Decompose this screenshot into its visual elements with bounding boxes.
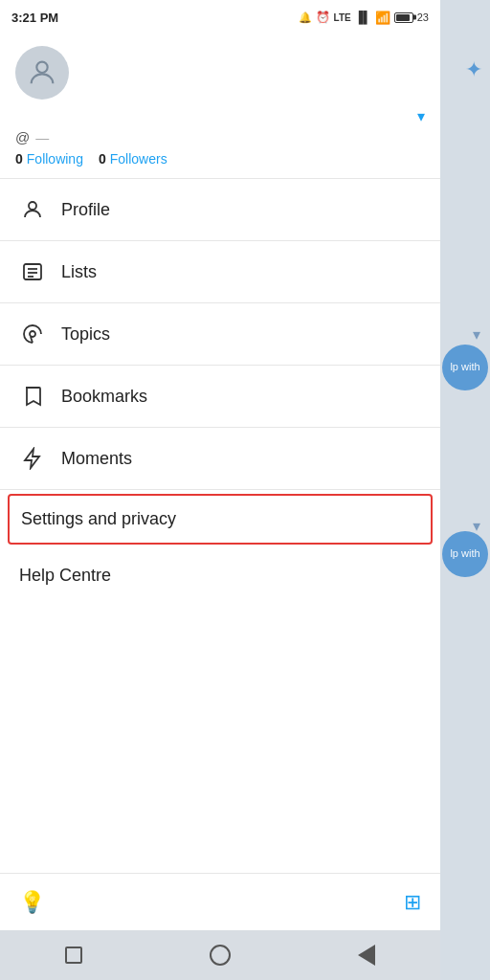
lists-label: Lists xyxy=(61,262,97,282)
menu-item-settings[interactable]: Settings and privacy xyxy=(8,494,433,545)
battery-level: 23 xyxy=(417,11,429,23)
navigation-drawer: 3:21 PM 🔔 ⏰ LTE ▐▌ 📶 23 ▾ @ — xyxy=(0,0,440,980)
alarm-icon: 🔔 xyxy=(299,11,312,24)
svg-point-0 xyxy=(36,62,47,73)
help-bubble-2: lp with xyxy=(442,531,488,577)
username-placeholder: — xyxy=(35,130,49,145)
follow-stats: 0 Following 0 Followers xyxy=(15,151,425,167)
followers-label: Followers xyxy=(110,151,167,167)
menu-item-topics[interactable]: Topics xyxy=(0,303,440,365)
followers-item[interactable]: 0 Followers xyxy=(99,151,167,167)
chevron-row: ▾ xyxy=(15,107,425,125)
menu-item-moments[interactable]: Moments xyxy=(0,428,440,489)
bolt-icon xyxy=(19,445,46,472)
topics-icon xyxy=(19,321,46,347)
lightbulb-icon[interactable]: 💡 xyxy=(19,890,45,915)
avatar xyxy=(15,46,69,100)
username-row: @ — xyxy=(15,129,425,145)
nav-square-icon xyxy=(65,947,82,964)
avatar-icon xyxy=(26,56,58,89)
menu-item-profile[interactable]: Profile xyxy=(0,179,440,240)
topics-label: Topics xyxy=(61,324,110,345)
svg-point-1 xyxy=(29,202,36,210)
nav-square-button[interactable] xyxy=(56,938,91,972)
lte-icon: LTE xyxy=(334,12,351,23)
signal-icon: ▐▌ xyxy=(355,11,371,24)
clock-icon: ⏰ xyxy=(316,11,330,24)
profile-section[interactable]: ▾ @ — 0 Following 0 Followers xyxy=(0,34,440,178)
status-time: 3:21 PM xyxy=(11,11,58,25)
following-item[interactable]: 0 Following xyxy=(15,151,83,167)
following-label: Following xyxy=(27,151,83,167)
list-icon xyxy=(19,258,46,285)
settings-label: Settings and privacy xyxy=(21,509,176,529)
sparkle-icon: ✦ xyxy=(465,57,482,82)
right-panel: ✦ ▾ ▾ lp with lp with xyxy=(440,0,490,980)
divider-5 xyxy=(0,489,440,490)
chevron-down-icon[interactable]: ▾ xyxy=(417,107,425,125)
status-icons: 🔔 ⏰ LTE ▐▌ 📶 23 xyxy=(299,11,429,25)
svg-point-6 xyxy=(30,331,35,337)
moments-label: Moments xyxy=(61,449,132,469)
nav-home-button[interactable] xyxy=(203,938,237,972)
battery-icon xyxy=(394,12,413,23)
nav-circle-icon xyxy=(210,945,231,966)
bottom-bar: 💡 ⊞ xyxy=(0,873,440,930)
help-bubble-1: lp with xyxy=(442,345,488,390)
followers-count: 0 xyxy=(99,151,106,167)
qr-code-icon[interactable]: ⊞ xyxy=(404,890,421,915)
help-label: Help Centre xyxy=(19,566,111,586)
user-icon xyxy=(19,196,46,223)
wifi-icon: 📶 xyxy=(375,11,390,25)
nav-back-button[interactable] xyxy=(349,938,384,972)
following-count: 0 xyxy=(15,151,23,167)
chevron-icon-1: ▾ xyxy=(473,325,480,344)
bookmarks-label: Bookmarks xyxy=(61,387,147,407)
menu-item-lists[interactable]: Lists xyxy=(0,241,440,302)
nav-bar xyxy=(0,930,440,980)
menu-item-help[interactable]: Help Centre xyxy=(0,548,440,603)
menu-item-bookmarks[interactable]: Bookmarks xyxy=(0,366,440,427)
at-symbol: @ xyxy=(15,129,30,145)
bookmark-icon xyxy=(19,383,46,410)
menu-list: Profile Lists Topics xyxy=(0,179,440,873)
status-bar: 3:21 PM 🔔 ⏰ LTE ▐▌ 📶 23 xyxy=(0,0,440,34)
profile-label: Profile xyxy=(61,200,110,220)
nav-back-icon xyxy=(358,945,375,966)
